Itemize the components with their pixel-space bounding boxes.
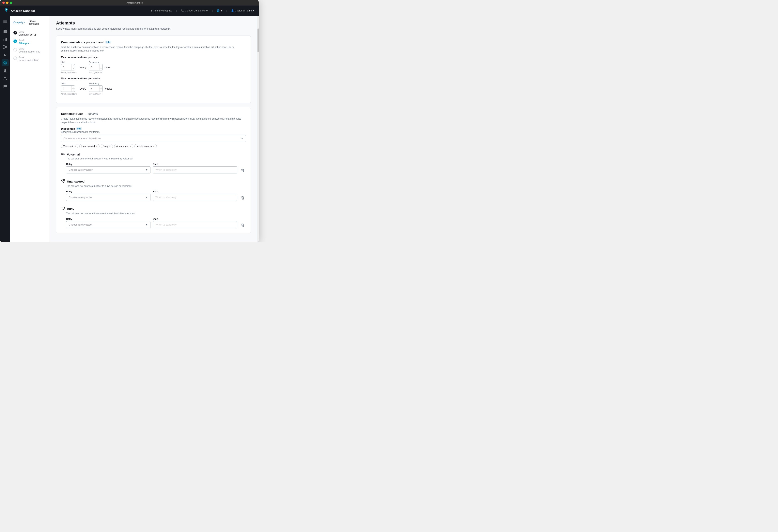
top-nav: Amazon Connect ⊞ Agent Workspace | 📞 Con… xyxy=(0,6,259,16)
voicemail-retry-select[interactable]: Choose a retry action ▼ xyxy=(66,166,150,173)
voicemail-delete-button[interactable] xyxy=(239,167,246,173)
main-content: Attempts Specify how many communications… xyxy=(50,16,257,242)
unanswered-desc: The call was not connected either to a l… xyxy=(61,185,246,187)
svg-point-26 xyxy=(61,153,63,155)
limit-weeks-down[interactable]: ▼ xyxy=(72,89,75,92)
scrollbar[interactable] xyxy=(257,16,259,242)
voicemail-title: Voicemail xyxy=(67,153,81,156)
busy-title: Busy xyxy=(67,207,74,210)
limit-days-input[interactable]: 3 ▲ ▼ xyxy=(61,64,75,71)
tag-unanswered: Unanswered × xyxy=(79,144,100,149)
frequency-days-up[interactable]: ▲ xyxy=(99,64,102,68)
remove-abandoned-tag[interactable]: × xyxy=(129,145,131,148)
svg-point-25 xyxy=(15,41,16,41)
frequency-weeks-value: 1 xyxy=(89,87,99,90)
sidebar-item-flows[interactable] xyxy=(2,43,9,51)
contact-control-panel-button[interactable]: 📞 Contact Control Panel xyxy=(181,9,208,12)
agent-workspace-button[interactable]: ⊞ Agent Workspace xyxy=(150,9,172,12)
remove-invalid-number-tag[interactable]: × xyxy=(153,145,155,148)
svg-rect-10 xyxy=(6,38,7,40)
remove-voicemail-tag[interactable]: × xyxy=(74,145,76,148)
brand-name: Amazon Connect xyxy=(11,9,35,12)
step-3-content: Step 3 Communication time xyxy=(18,48,47,53)
svg-point-12 xyxy=(6,47,7,48)
frequency-weeks-label: Frequency xyxy=(89,82,103,85)
frequency-weeks-input[interactable]: 1 ▲ ▼ xyxy=(89,85,103,92)
busy-group: Busy The call was not connected because … xyxy=(61,206,246,228)
minimize-button[interactable] xyxy=(6,2,8,4)
disposition-info-badge[interactable]: Info xyxy=(76,127,82,130)
breadcrumb-separator: › xyxy=(27,21,27,24)
busy-retry-select[interactable]: Choose a retry action ▼ xyxy=(66,221,150,228)
svg-point-35 xyxy=(64,210,64,210)
comms-info-badge[interactable]: Info xyxy=(105,40,111,43)
svg-point-17 xyxy=(6,54,6,55)
unanswered-start-label: Start xyxy=(153,190,237,193)
sidebar-item-analytics[interactable] xyxy=(2,35,9,42)
frequency-days-input[interactable]: 5 ▲ ▼ xyxy=(89,64,103,71)
limit-days-field: Limit 3 ▲ ▼ Min: 0, Max: None xyxy=(61,61,77,74)
brand: Amazon Connect xyxy=(4,8,147,14)
unanswered-start-input[interactable]: When to start retry xyxy=(153,194,237,201)
limit-days-value: 3 xyxy=(61,66,72,69)
busy-retry-label: Retry xyxy=(66,218,150,220)
busy-retry-row: Retry Choose a retry action ▼ Start When… xyxy=(61,218,246,228)
frequency-days-down[interactable]: ▼ xyxy=(99,67,102,70)
unanswered-retry-field: Retry Choose a retry action ▼ xyxy=(66,190,150,201)
app-window: Amazon Connect Amazon Connect ⊞ Agent Wo… xyxy=(0,0,259,242)
language-button[interactable]: 🌐 ▼ xyxy=(217,9,222,12)
scrollbar-thumb[interactable] xyxy=(257,28,259,52)
svg-rect-24 xyxy=(6,79,7,80)
unanswered-title: Unanswered xyxy=(67,180,84,183)
step-3: Step 3 Communication time xyxy=(13,46,47,55)
step-1-content: Step 1 Campaign set up xyxy=(18,31,47,36)
voicemail-group: Voicemail The call was connected, howeve… xyxy=(61,152,246,173)
sidebar-item-chat[interactable] xyxy=(2,83,9,90)
svg-point-27 xyxy=(64,153,65,155)
nav-actions: ⊞ Agent Workspace | 📞 Contact Control Pa… xyxy=(150,9,255,12)
comms-per-recipient-card: Communications per recipient Info Limit … xyxy=(56,35,251,103)
step-1: Step 1 Campaign set up xyxy=(13,29,47,38)
sidebar-item-users[interactable] xyxy=(2,51,9,59)
globe-icon: 🌐 xyxy=(217,9,220,12)
step-4: Step 4 Review and publish xyxy=(13,55,47,63)
sidebar-item-menu[interactable] xyxy=(2,18,9,25)
busy-start-input[interactable]: When to start retry xyxy=(153,221,237,228)
frequency-weeks-up[interactable]: ▲ xyxy=(99,86,102,89)
title-bar: Amazon Connect xyxy=(0,0,259,6)
voicemail-start-input[interactable]: When to start retry xyxy=(153,166,237,173)
sidebar-item-dashboard[interactable] xyxy=(2,28,9,35)
limit-days-up[interactable]: ▲ xyxy=(72,64,75,68)
optional-label: optional xyxy=(87,112,98,115)
reattempt-rules-card: Reattempt rules - optional Create reatte… xyxy=(56,107,251,233)
disposition-dropdown[interactable]: Choose one or more dispositions ▼ xyxy=(61,135,246,142)
voicemail-retry-label: Retry xyxy=(66,163,150,166)
svg-rect-4 xyxy=(4,29,5,31)
limit-weeks-up[interactable]: ▲ xyxy=(72,86,75,89)
disposition-desc: Specify the dispositions to reattempt. xyxy=(61,130,246,134)
frequency-weeks-down[interactable]: ▼ xyxy=(99,89,102,92)
unanswered-retry-row: Retry Choose a retry action ▼ Start When… xyxy=(61,190,246,201)
busy-delete-button[interactable] xyxy=(239,222,246,228)
sidebar-item-profile[interactable] xyxy=(2,67,9,74)
busy-start-field: Start When to start retry xyxy=(153,218,237,228)
svg-rect-3 xyxy=(3,22,7,23)
unanswered-delete-button[interactable] xyxy=(239,195,246,201)
limit-days-down[interactable]: ▼ xyxy=(72,67,75,70)
unanswered-retry-select[interactable]: Choose a retry action ▼ xyxy=(66,194,150,201)
close-button[interactable] xyxy=(2,2,5,4)
user-menu-button[interactable]: 👤 Customer name ▼ xyxy=(231,9,255,12)
limit-weeks-input[interactable]: 5 ▲ ▼ xyxy=(61,85,75,92)
sidebar-item-campaigns[interactable] xyxy=(2,59,9,66)
maximize-button[interactable] xyxy=(10,2,12,4)
unanswered-retry-placeholder: Choose a retry action xyxy=(69,196,93,199)
svg-rect-6 xyxy=(4,31,5,33)
disposition-section: Disposition Info Specify the disposition… xyxy=(61,127,246,149)
breadcrumb-campaigns[interactable]: Campaigns xyxy=(13,21,25,24)
sidebar xyxy=(0,16,10,242)
remove-busy-tag[interactable]: × xyxy=(109,145,111,148)
unanswered-start-field: Start When to start retry xyxy=(153,190,237,201)
weeks-unit: weeks xyxy=(105,87,112,90)
sidebar-item-headset[interactable] xyxy=(2,75,9,82)
remove-unanswered-tag[interactable]: × xyxy=(96,145,97,148)
